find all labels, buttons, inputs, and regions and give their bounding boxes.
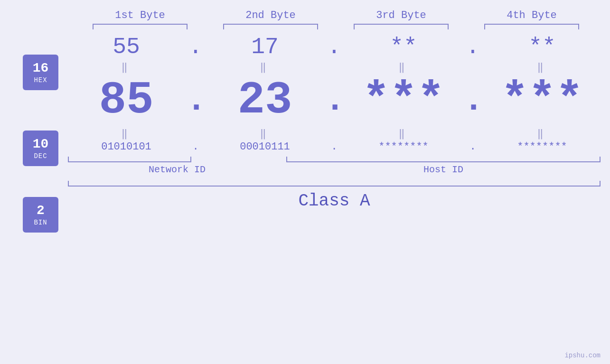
- dec-number: 10: [33, 136, 49, 152]
- dec-dot-1: .: [186, 81, 205, 120]
- byte-header-2: 2nd Byte: [214, 9, 328, 21]
- hex-value-row: 55 . 17 . ** . **: [58, 34, 610, 60]
- bottom-brackets-row: [58, 157, 610, 162]
- byte-header-1: 1st Byte: [83, 9, 197, 21]
- bin-dot-2: .: [325, 141, 344, 153]
- sep-2-4: ‖: [485, 127, 599, 140]
- left-badges: 16 HEX 10 DEC 2 BIN: [0, 34, 58, 238]
- network-id-label: Network ID: [68, 164, 286, 175]
- dec-val-4: ***: [485, 75, 599, 126]
- main-container: 1st Byte 2nd Byte 3rd Byte 4th Byte 16 H…: [0, 0, 610, 364]
- bin-val-2: 00010111: [208, 141, 322, 153]
- hex-dot-1: .: [186, 34, 205, 60]
- hex-number: 16: [33, 60, 49, 76]
- dec-val-2: 23: [208, 75, 322, 126]
- dec-badge-wrapper: 10 DEC: [23, 105, 58, 191]
- sep-1-2: ‖: [208, 61, 322, 74]
- sep-2: ‖ ‖ ‖ ‖: [58, 126, 610, 141]
- dec-dot-3: .: [463, 81, 482, 120]
- bin-val-1: 01010101: [69, 141, 183, 153]
- bin-number: 2: [37, 203, 45, 219]
- full-bracket: [68, 181, 601, 187]
- dec-value-row: 85 . 23 . *** . ***: [58, 75, 610, 126]
- dec-badge: 10 DEC: [23, 131, 58, 166]
- top-bracket-row: [75, 24, 597, 29]
- hex-val-2: 17: [208, 34, 322, 60]
- byte-header-4: 4th Byte: [475, 9, 589, 21]
- bin-dot-3: .: [463, 141, 482, 153]
- hex-badge: 16 HEX: [23, 55, 58, 90]
- bin-label: BIN: [34, 219, 47, 226]
- sep-1: ‖ ‖ ‖ ‖: [58, 60, 610, 75]
- host-bracket: [286, 157, 601, 162]
- sep-1-4: ‖: [485, 61, 599, 74]
- bin-dot-1: .: [186, 141, 205, 153]
- bracket-gap: [191, 157, 286, 162]
- sep-2-1: ‖: [69, 127, 183, 140]
- bracket-3: [354, 24, 449, 29]
- hex-badge-wrapper: 16 HEX: [23, 39, 58, 105]
- hex-label: HEX: [34, 76, 47, 84]
- bin-value-row: 01010101 . 00010111 . ******** . *******…: [58, 141, 610, 153]
- hex-val-3: **: [347, 34, 460, 60]
- sep-2-3: ‖: [347, 127, 460, 140]
- bin-val-3: ********: [347, 141, 460, 153]
- dec-val-1: 85: [69, 75, 183, 126]
- byte-headers: 1st Byte 2nd Byte 3rd Byte 4th Byte: [75, 9, 597, 21]
- byte-header-3: 3rd Byte: [344, 9, 458, 21]
- id-labels-row: Network ID Host ID: [58, 162, 610, 177]
- bracket-4: [484, 24, 579, 29]
- dec-val-3: ***: [347, 75, 460, 126]
- sep-1-3: ‖: [347, 61, 460, 74]
- host-id-label: Host ID: [286, 164, 601, 175]
- sep-2-2: ‖: [208, 127, 322, 140]
- bin-badge-wrapper: 2 BIN: [23, 191, 58, 238]
- bin-badge: 2 BIN: [23, 197, 58, 233]
- class-label: Class A: [58, 191, 610, 211]
- hex-val-1: 55: [69, 34, 183, 60]
- watermark: ipshu.com: [564, 352, 601, 359]
- hex-val-4: **: [485, 34, 599, 60]
- rows-wrapper: 16 HEX 10 DEC 2 BIN 55: [0, 34, 610, 238]
- network-bracket: [68, 157, 191, 162]
- bin-val-4: ********: [485, 141, 599, 153]
- hex-dot-2: .: [325, 34, 344, 60]
- dec-label: DEC: [34, 152, 47, 160]
- right-rows: 55 . 17 . ** . ** ‖ ‖ ‖ ‖ 85 .: [58, 34, 610, 238]
- bracket-1: [93, 24, 188, 29]
- sep-1-1: ‖: [69, 61, 183, 74]
- hex-dot-3: .: [463, 34, 482, 60]
- bracket-2: [223, 24, 318, 29]
- dec-dot-2: .: [325, 81, 344, 120]
